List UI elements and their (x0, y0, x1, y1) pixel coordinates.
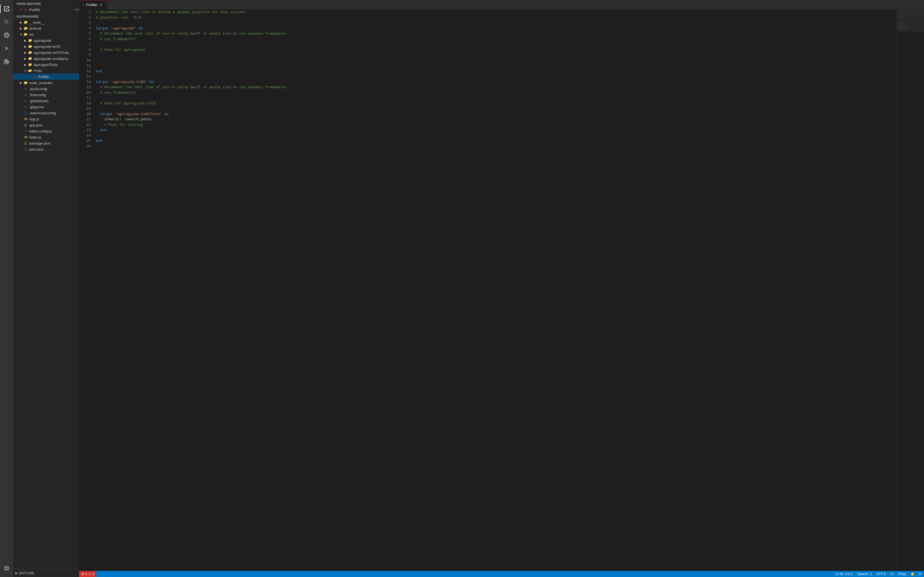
ln-9: 9 (79, 53, 91, 58)
file-label: index.js (29, 135, 79, 139)
agoraguide-tvos-folder[interactable]: ▶ 📁 agoraguide-tvOS (13, 44, 79, 50)
agoraguide-folder[interactable]: ▶ 📁 agoraguide (13, 37, 79, 44)
agoraguide-tvostests-folder[interactable]: ▶ 📁 agoraguide-tvOSTests (13, 50, 79, 55)
spacer (19, 136, 23, 139)
file-label: app.json (29, 123, 79, 127)
buckconfig-file[interactable]: ≡ .buckconfig (13, 86, 79, 92)
folder-icon: 📁 (27, 50, 32, 55)
file-label: App.js (29, 117, 79, 121)
spacer (19, 118, 23, 121)
file-label: package.json (29, 141, 79, 145)
ln-10: 10 (79, 58, 91, 63)
settings-activity-icon[interactable] (0, 562, 13, 575)
flowconfig-file[interactable]: ≡ .flowconfig (13, 92, 79, 98)
folder-label: __tests__ (29, 20, 79, 24)
spacer (27, 75, 32, 78)
open-editor-podfile[interactable]: ✕ ● Podfile ios (13, 6, 79, 13)
spacer (19, 111, 23, 114)
close-icon[interactable]: ✕ (19, 7, 23, 12)
ruby-file-icon: ● (23, 98, 28, 103)
packagejson-file[interactable]: {} package.json (13, 140, 79, 146)
spaces-status[interactable]: Spaces: 2 (855, 571, 874, 577)
gitattributes-file[interactable]: ● .gitattributes (13, 98, 79, 104)
ln-8: 8 (79, 47, 91, 53)
ln-17: 17 (79, 95, 91, 101)
podfile-item[interactable]: ● Podfile (13, 74, 79, 80)
folder-icon: 📁 (27, 44, 32, 49)
tests-folder[interactable]: ▶ 📁 __tests__ (13, 19, 79, 25)
ln-13: 13 (79, 74, 91, 79)
minimap: # Uncomment the next line to define # pl… (897, 10, 924, 571)
sidebar-spacer (13, 152, 79, 569)
podfile-tab[interactable]: ● Podfile ✕ (79, 0, 107, 10)
error-count: 0 (85, 572, 87, 576)
node-modules-folder[interactable]: ▶ 📁 node_modules (13, 80, 79, 86)
search-activity-icon[interactable] (0, 15, 13, 29)
code-line-20: target 'agoraguide-tvOSTests' do (96, 111, 897, 117)
language-status[interactable]: Ruby (896, 571, 908, 577)
explorer-icon[interactable] (0, 2, 13, 15)
outline-section[interactable]: ▶ OUTLINE (13, 569, 79, 577)
ruby-icon: ● (32, 74, 37, 79)
editor-content[interactable]: 1 2 3 4 5 6 7 8 9 10 11 12 13 14 15 16 1 (79, 10, 897, 571)
code-line-4: target 'agoraguide' do (96, 26, 897, 31)
tab-close-button[interactable]: ✕ (99, 2, 104, 7)
appjs-file[interactable]: JS App.js (13, 116, 79, 122)
agoraguide-xcodeproj-folder[interactable]: ▶ 📁 agoraguide.xcodeproj (13, 55, 79, 61)
ln-21: 21 (79, 117, 91, 122)
folder-arrow: ▶ (23, 57, 27, 60)
code-area[interactable]: # Uncomment the next line to define a gl… (93, 10, 897, 571)
json-file-icon: {} (23, 122, 28, 127)
open-editors-header: OPEN EDITORS (13, 0, 79, 6)
code-line-17 (96, 95, 897, 101)
indexjs-file[interactable]: JS index.js (13, 134, 79, 140)
debug-activity-icon[interactable] (0, 42, 13, 55)
folder-arrow: ▶ (23, 39, 27, 42)
spaces-text: Spaces: 2 (858, 572, 872, 576)
extensions-activity-icon[interactable] (0, 55, 13, 68)
appjson-file[interactable]: {} app.json (13, 122, 79, 128)
folder-arrow: ▶ (19, 21, 23, 24)
code-line-14: target 'agoraguide-tvOS' do (96, 79, 897, 85)
line-ending-status[interactable]: LF (888, 571, 896, 577)
folder-arrow: ▶ (23, 45, 27, 48)
file-label: yarn.lock (29, 147, 79, 152)
yarnlock-file[interactable]: ⬡ yarn.lock (13, 146, 79, 152)
ios-folder[interactable]: ▼ 📂 ios (13, 31, 79, 37)
editor-body: 1 2 3 4 5 6 7 8 9 10 11 12 13 14 15 16 1 (79, 10, 924, 571)
spacer (19, 130, 23, 133)
errors-status[interactable]: ⊗ 0 ⚠ 0 (79, 571, 96, 577)
encoding-status[interactable]: UTF-8 (874, 571, 888, 577)
error-icon: ⊗ (81, 572, 84, 576)
warning-count: 0 (92, 572, 94, 576)
bell-status[interactable]: 🔔 (908, 571, 917, 577)
line-col-status[interactable]: Ln 26, Col 1 (833, 571, 855, 577)
ln-15: 15 (79, 85, 91, 90)
file-label: .watchmanconfig (29, 111, 79, 115)
code-line-10 (96, 58, 897, 63)
explorer-header[interactable]: AGORAGUIDE (13, 13, 79, 19)
file-label: babel.config.js (29, 129, 79, 133)
ln-19: 19 (79, 106, 91, 111)
code-line-16: # use_frameworks! (96, 90, 897, 96)
folder-label: Pods (34, 69, 79, 73)
pods-folder[interactable]: ▼ 📂 Pods (13, 68, 79, 74)
ln-20: 20 (79, 111, 91, 117)
js-icon: JS (23, 116, 28, 121)
watchmanconfig-file[interactable]: ⬡ .watchmanconfig (13, 110, 79, 116)
android-folder[interactable]: ▶ 📁 android (13, 25, 79, 31)
source-control-activity-icon[interactable] (0, 29, 13, 42)
ln-5: 5 (79, 31, 91, 37)
folder-label: agoraguide.xcodeproj (34, 56, 79, 61)
ln-26: 26 (79, 144, 91, 149)
tab-bar: ● Podfile ✕ (79, 0, 924, 10)
babelconfig-file[interactable]: ≡ babel.config.js (13, 128, 79, 134)
file-label: .flowconfig (29, 93, 79, 97)
folder-arrow: ▶ (19, 27, 23, 30)
sync-status[interactable]: ⟳ (917, 571, 924, 577)
code-line-18: # Pods for agoraguide-tvOS (96, 101, 897, 106)
config-file-icon: ≡ (23, 129, 28, 134)
gitignore-file[interactable]: ● .gitignore (13, 104, 79, 110)
agoraguide-tests-folder[interactable]: ▶ 📁 agoraguidTests (13, 61, 79, 68)
code-line-7 (96, 42, 897, 47)
